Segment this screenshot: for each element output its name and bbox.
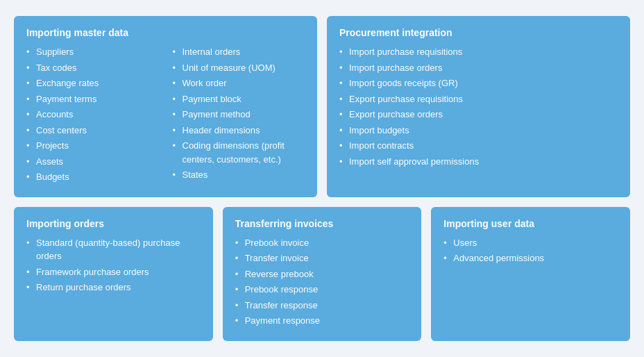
list-item: Projects — [26, 139, 159, 153]
list-item: Budgets — [26, 170, 159, 184]
importing-master-data-card: Importing master data SuppliersTax codes… — [14, 16, 317, 197]
list-item: Import purchase orders — [339, 61, 618, 75]
list-item: Prebook response — [235, 283, 409, 297]
importing-master-data-col1: SuppliersTax codesExchange ratesPayment … — [26, 45, 159, 186]
list-item: Prebook invoice — [235, 236, 409, 250]
list-item: Tax codes — [26, 61, 159, 75]
transferring-invoices-title: Transferring invoices — [235, 218, 409, 229]
importing-user-data-list: UsersAdvanced permissions — [443, 236, 618, 265]
transferring-invoices-list: Prebook invoiceTransfer invoiceReverse p… — [235, 236, 409, 328]
top-section: Importing master data SuppliersTax codes… — [14, 16, 630, 197]
list-item: Advanced permissions — [443, 251, 618, 265]
list-item: Transfer response — [235, 299, 409, 313]
main-wrapper: Importing master data SuppliersTax codes… — [14, 16, 630, 341]
importing-user-data-body: UsersAdvanced permissions — [443, 236, 618, 267]
list-item: Export purchase requisitions — [339, 92, 618, 106]
importing-user-data-col: UsersAdvanced permissions — [443, 236, 618, 267]
list-item: Import self approval permissions — [339, 155, 618, 169]
list-item: States — [173, 168, 305, 182]
list-item: Framework purchase orders — [26, 265, 201, 279]
list-item: Import purchase requisitions — [339, 45, 618, 59]
importing-orders-card: Importing orders Standard (quantity-base… — [14, 207, 213, 341]
list-item: Assets — [26, 155, 159, 169]
list-item: Users — [443, 236, 618, 250]
importing-orders-title: Importing orders — [26, 218, 201, 229]
importing-master-data-list2: Internal ordersUnit of measure (UOM)Work… — [173, 45, 305, 182]
list-item: Payment method — [173, 108, 305, 122]
list-item: Accounts — [26, 108, 159, 122]
list-item: Internal orders — [173, 45, 305, 59]
list-item: Work order — [173, 76, 305, 90]
procurement-integration-card: Procurement integration Import purchase … — [327, 16, 630, 197]
list-item: Import goods receipts (GR) — [339, 76, 618, 90]
procurement-integration-list: Import purchase requisitionsImport purch… — [339, 45, 618, 168]
importing-user-data-title: Importing user data — [443, 218, 618, 229]
importing-master-data-title: Importing master data — [26, 27, 305, 38]
list-item: Return purchase orders — [26, 281, 201, 294]
list-item: Payment terms — [26, 92, 159, 106]
importing-orders-body: Standard (quantity-based) purchase order… — [26, 236, 201, 297]
importing-orders-list: Standard (quantity-based) purchase order… — [26, 236, 201, 294]
list-item: Reverse prebook — [235, 267, 409, 281]
transferring-invoices-col: Prebook invoiceTransfer invoiceReverse p… — [235, 236, 409, 330]
transferring-invoices-body: Prebook invoiceTransfer invoiceReverse p… — [235, 236, 409, 330]
list-item: Header dimensions — [173, 124, 305, 138]
list-item: Import contracts — [339, 139, 618, 153]
importing-master-data-col2: Internal ordersUnit of measure (UOM)Work… — [173, 45, 305, 186]
list-item: Unit of measure (UOM) — [173, 61, 305, 75]
procurement-integration-col: Import purchase requisitionsImport purch… — [339, 45, 618, 170]
list-item: Standard (quantity-based) purchase order… — [26, 236, 201, 263]
list-item: Payment block — [173, 92, 305, 106]
list-item: Payment response — [235, 314, 409, 328]
bottom-section: Importing orders Standard (quantity-base… — [14, 207, 630, 341]
procurement-integration-title: Procurement integration — [339, 27, 618, 38]
list-item: Exchange rates — [26, 76, 159, 90]
list-item: Import budgets — [339, 124, 618, 138]
importing-master-data-list1: SuppliersTax codesExchange ratesPayment … — [26, 45, 159, 184]
procurement-integration-body: Import purchase requisitionsImport purch… — [339, 45, 618, 170]
list-item: Coding dimensions (profit centers, custo… — [173, 139, 305, 166]
list-item: Export purchase orders — [339, 108, 618, 122]
importing-user-data-card: Importing user data UsersAdvanced permis… — [431, 207, 630, 341]
list-item: Transfer invoice — [235, 251, 409, 265]
list-item: Cost centers — [26, 124, 159, 138]
importing-master-data-body: SuppliersTax codesExchange ratesPayment … — [26, 45, 305, 186]
transferring-invoices-card: Transferring invoices Prebook invoiceTra… — [223, 207, 422, 341]
list-item: Suppliers — [26, 45, 159, 59]
importing-orders-col: Standard (quantity-based) purchase order… — [26, 236, 201, 297]
